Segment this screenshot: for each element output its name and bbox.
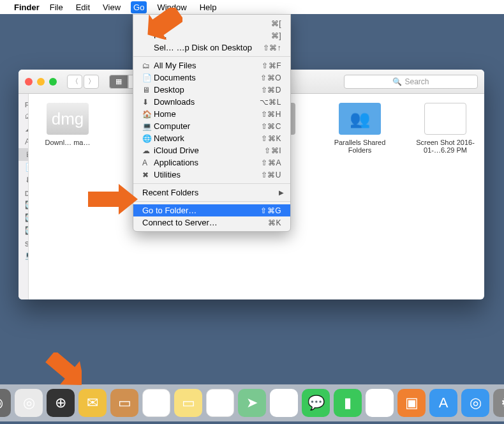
chevron-right-icon: ▶	[279, 189, 284, 196]
dock-app-itunes[interactable]: ♪	[366, 389, 394, 417]
sidebar-item-shared[interactable]: 💻Tomas's Ma…	[19, 249, 29, 262]
dock-app-messages[interactable]: 💬	[302, 389, 330, 417]
icloud-icon: ☁	[142, 146, 154, 155]
dock-app-appstore[interactable]: A	[429, 389, 457, 417]
close-button[interactable]	[25, 78, 33, 86]
menu-computer[interactable]: 💻Computer⇧⌘C	[133, 120, 290, 132]
menu-startup-disk[interactable]: Sel… …p Disk on Desktop⇧⌘↑	[133, 42, 290, 54]
annotation-arrow-icon	[43, 352, 82, 391]
dock-app-reminders[interactable]: ≡	[206, 389, 234, 417]
sidebar-item-applications[interactable]: AApplications	[19, 135, 29, 148]
dmg-icon: dmg	[47, 103, 89, 135]
dock-app-ibooks[interactable]: ▣	[397, 389, 426, 417]
view-icon-button[interactable]: ▦	[109, 75, 128, 89]
sidebar-header-shared: Shared	[19, 237, 29, 249]
svg-marker-2	[43, 352, 82, 391]
dock-app-mail[interactable]: ✉	[78, 389, 107, 417]
menu-file[interactable]: File	[47, 1, 66, 13]
sidebar-item-desktop[interactable]: 🖥Desktop	[19, 148, 29, 161]
menu-separator	[133, 56, 290, 57]
annotation-arrow-icon	[88, 184, 138, 215]
go-menu-dropdown: B…⌘[ F…⌘] Sel… …p Disk on Desktop⇧⌘↑ 🗂Al…	[133, 14, 291, 232]
sidebar-item-all-my-files[interactable]: 🗂All My Files	[19, 110, 29, 123]
menubar: Finder File Edit View Go Window Help	[0, 0, 504, 14]
sidebar-item-icloud-drive[interactable]: ☁iCloud Drive	[19, 123, 29, 135]
svg-marker-1	[88, 184, 138, 215]
menubar-app-name[interactable]: Finder	[14, 3, 40, 12]
menu-separator	[133, 183, 290, 184]
menu-downloads[interactable]: ⬇Downloads⌥⌘L	[133, 96, 290, 108]
files-icon: 🗂	[142, 61, 154, 70]
svg-marker-0	[144, 8, 182, 40]
menu-applications[interactable]: AApplications⇧⌘A	[133, 156, 290, 169]
menu-all-my-files[interactable]: 🗂All My Files⇧⌘F	[133, 59, 290, 72]
search-placeholder: Search	[404, 77, 429, 86]
menu-edit[interactable]: Edit	[73, 1, 93, 13]
menu-network[interactable]: 🌐Network⇧⌘K	[133, 132, 290, 144]
dock-app-safari[interactable]: ◎	[15, 389, 43, 417]
menu-go-to-folder[interactable]: Go to Folder…⇧⌘G	[133, 204, 290, 216]
nav-back-button[interactable]: 〈	[67, 75, 82, 89]
dock-app-facetime[interactable]: ▮	[334, 389, 362, 417]
menu-separator	[133, 201, 290, 202]
dock-app-contacts[interactable]: ▭	[110, 389, 138, 417]
sidebar-item-device[interactable]: 💽installer⏏	[19, 224, 29, 237]
menu-recent-folders[interactable]: Recent Folders▶	[133, 186, 290, 199]
shared-folder-icon: 👥	[339, 103, 381, 135]
menu-desktop[interactable]: 🖥Desktop⇧⌘D	[133, 84, 290, 96]
file-item[interactable]: dmgDownl… ma…	[33, 103, 103, 146]
search-field[interactable]: 🔍 Search	[344, 75, 478, 89]
desktop-icon: 🖥	[142, 86, 154, 95]
sidebar-header-devices: Devices	[19, 186, 29, 199]
menu-utilities[interactable]: ✖Utilities⇧⌘U	[133, 169, 290, 181]
nav-forward-button[interactable]: 〉	[84, 75, 99, 89]
downloads-icon: ⬇	[142, 98, 154, 107]
search-icon: 🔍	[392, 77, 402, 86]
file-item[interactable]: ▭Screen Shot 2016-01-…6.29 PM	[410, 103, 480, 154]
menu-documents[interactable]: 📄Documents⇧⌘O	[133, 72, 290, 84]
dock-app-maps[interactable]: ➤	[238, 389, 266, 417]
menu-icloud-drive[interactable]: ☁iCloud Drive⇧⌘I	[133, 144, 290, 156]
home-icon: 🏠	[142, 110, 154, 119]
applications-icon: A	[142, 158, 154, 167]
minimize-button[interactable]	[37, 78, 45, 86]
menu-help[interactable]: Help	[197, 1, 219, 13]
menu-home[interactable]: 🏠Home⇧⌘H	[133, 108, 290, 120]
file-item[interactable]: 👥Parallels Shared Folders	[325, 103, 395, 154]
dock-app-dashboard[interactable]: ⊕	[47, 389, 75, 417]
annotation-arrow-icon	[144, 8, 182, 40]
sidebar-item-downloads[interactable]: ⬇Downloads	[19, 174, 29, 186]
sidebar-item-device[interactable]: 💽SmartInst…⏏	[19, 199, 29, 211]
network-icon: 🌐	[142, 134, 154, 143]
menu-connect-to-server[interactable]: Connect to Server…⌘K	[133, 216, 290, 229]
traffic-lights	[25, 78, 57, 86]
dock-app-photos[interactable]: ✿	[270, 389, 298, 417]
documents-icon: 📄	[142, 73, 154, 82]
dock-app-calendar[interactable]: 21	[142, 389, 170, 417]
dock-app-safari2[interactable]: ◎	[461, 389, 489, 417]
finder-sidebar: Favorites 🗂All My Files ☁iCloud Drive AA…	[19, 94, 29, 299]
sidebar-item-device[interactable]: 💽installer⏏	[19, 211, 29, 224]
dock-app-launchpad[interactable]: ◉	[0, 389, 11, 417]
dock-app-notes[interactable]: ▭	[174, 389, 202, 417]
sidebar-item-documents[interactable]: 📄Documents	[19, 161, 29, 174]
sidebar-header-favorites: Favorites	[19, 98, 29, 110]
menu-view[interactable]: View	[100, 1, 123, 13]
dock-app-preferences[interactable]: ⚙	[493, 389, 504, 417]
utilities-icon: ✖	[142, 170, 154, 179]
screenshot-icon: ▭	[424, 103, 466, 135]
computer-icon: 💻	[142, 122, 154, 131]
maximize-button[interactable]	[49, 78, 57, 86]
